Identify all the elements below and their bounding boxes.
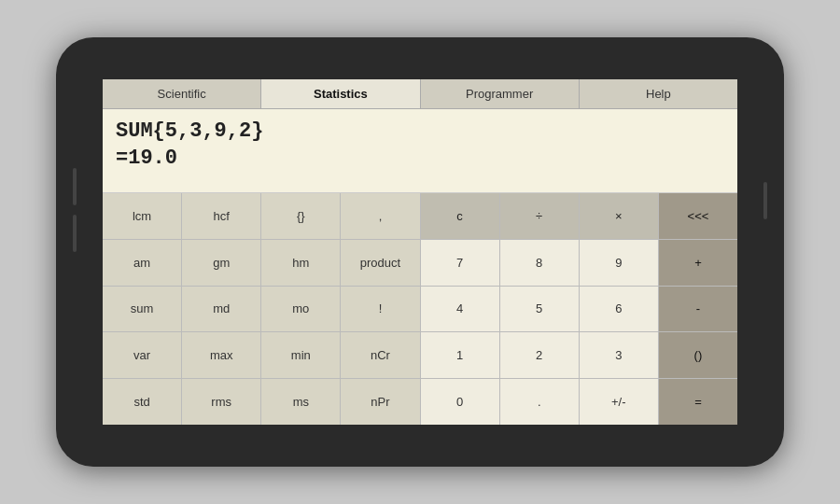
calculator-display: SUM{5,3,9,2} =19.0	[103, 109, 737, 193]
key-0-44[interactable]: 0	[421, 379, 500, 425]
key-sum-20[interactable]: sum	[103, 287, 182, 332]
key-4-24[interactable]: 4	[421, 287, 500, 332]
key--02[interactable]: {}	[261, 193, 341, 239]
key-c-04[interactable]: c	[421, 193, 500, 239]
key-lcm-00[interactable]: lcm	[103, 193, 182, 239]
key-md-21[interactable]: md	[182, 287, 261, 332]
tab-scientific[interactable]: Scientific	[103, 79, 261, 108]
display-line2: =19.0	[116, 146, 724, 173]
key-row-1: amgmhmproduct789+	[103, 240, 737, 287]
phone-screen: ScientificStatisticsProgrammerHelp SUM{5…	[103, 79, 737, 425]
key-3-36[interactable]: 3	[580, 332, 659, 378]
tab-statistics[interactable]: Statistics	[261, 79, 420, 108]
key-7-14[interactable]: 7	[421, 240, 500, 286]
key-max-31[interactable]: max	[182, 332, 261, 378]
key-std-40[interactable]: std	[103, 379, 182, 425]
key--17[interactable]: +	[659, 240, 737, 286]
key--07[interactable]: <<<	[659, 193, 737, 239]
key-row-3: varmaxminnCr123()	[103, 332, 737, 379]
key-min-32[interactable]: min	[261, 332, 341, 378]
key-row-0: lcmhcf{},c÷×<<<	[103, 193, 737, 240]
key-mo-22[interactable]: mo	[261, 287, 341, 332]
key-ms-42[interactable]: ms	[261, 379, 341, 425]
volume-down-button[interactable]	[73, 215, 77, 252]
key--46[interactable]: +/-	[580, 379, 659, 425]
display-line1: SUM{5,3,9,2}	[116, 119, 724, 146]
key-nCr-33[interactable]: nCr	[341, 332, 420, 378]
key-hm-12[interactable]: hm	[261, 240, 341, 286]
key-am-10[interactable]: am	[103, 240, 182, 286]
key--05[interactable]: ÷	[500, 193, 580, 239]
tab-bar: ScientificStatisticsProgrammerHelp	[103, 79, 737, 109]
key-9-16[interactable]: 9	[580, 240, 659, 286]
key--47[interactable]: =	[659, 379, 737, 425]
key-var-30[interactable]: var	[103, 332, 182, 378]
volume-up-button[interactable]	[73, 168, 77, 205]
key-5-25[interactable]: 5	[500, 287, 580, 332]
key-nPr-43[interactable]: nPr	[341, 379, 420, 425]
phone-device: ScientificStatisticsProgrammerHelp SUM{5…	[56, 37, 784, 467]
keypad: lcmhcf{},c÷×<<<amgmhmproduct789+summdmo!…	[103, 193, 737, 425]
key--23[interactable]: !	[341, 287, 420, 332]
key--03[interactable]: ,	[341, 193, 420, 239]
key-8-15[interactable]: 8	[500, 240, 580, 286]
key--27[interactable]: -	[659, 287, 737, 332]
tab-help[interactable]: Help	[580, 79, 737, 108]
key--37[interactable]: ()	[659, 332, 737, 378]
key-1-34[interactable]: 1	[421, 332, 500, 378]
tab-programmer[interactable]: Programmer	[421, 79, 580, 108]
power-button[interactable]	[763, 182, 767, 219]
key--45[interactable]: .	[500, 379, 580, 425]
key--06[interactable]: ×	[580, 193, 659, 239]
key-gm-11[interactable]: gm	[182, 240, 261, 286]
key-6-26[interactable]: 6	[580, 287, 659, 332]
key-product-13[interactable]: product	[341, 240, 420, 286]
key-row-2: summdmo!456-	[103, 287, 737, 333]
key-2-35[interactable]: 2	[500, 332, 580, 378]
key-row-4: stdrmsmsnPr0.+/-=	[103, 379, 737, 425]
key-hcf-01[interactable]: hcf	[182, 193, 261, 239]
key-rms-41[interactable]: rms	[182, 379, 261, 425]
